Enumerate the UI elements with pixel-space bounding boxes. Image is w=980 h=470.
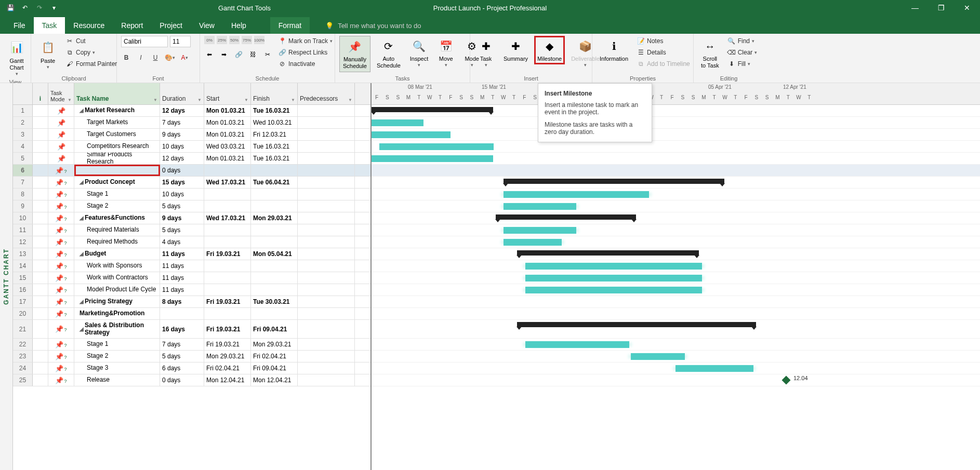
indicator-cell[interactable] [33, 200, 48, 212]
task-bar[interactable] [504, 239, 562, 246]
row-number[interactable]: 22 [13, 339, 33, 350]
summary-bar[interactable] [496, 214, 636, 220]
format-painter-button[interactable]: 🖌Format Painter [63, 59, 119, 69]
inactivate-button[interactable]: ⊘Inactivate [276, 59, 335, 69]
task-mode-cell[interactable]: 📌 [48, 308, 74, 319]
task-row[interactable]: 13📌◢Budget11 daysFri 19.03.21Mon 05.04.2… [13, 248, 370, 260]
duration-cell[interactable]: 15 days [160, 177, 204, 188]
fontcolor-button[interactable]: A [179, 52, 190, 63]
col-start[interactable]: Start▼ [204, 83, 251, 104]
task-row[interactable]: 16📌Model Product Life Cycle11 days [13, 284, 370, 296]
col-predecessors[interactable]: Predecessors▼ [298, 83, 355, 104]
predecessors-cell[interactable] [298, 212, 355, 224]
task-mode-cell[interactable]: 📌 [48, 260, 74, 272]
start-cell[interactable]: Wed 17.03.21 [204, 177, 251, 188]
task-mode-cell[interactable]: 📌 [48, 224, 74, 236]
row-number[interactable]: 1 [13, 105, 33, 116]
predecessors-cell[interactable] [298, 260, 355, 272]
task-name-cell[interactable]: Required Materials [74, 224, 160, 236]
duration-cell[interactable]: 7 days [160, 117, 204, 128]
task-mode-cell[interactable]: 📌 [48, 284, 74, 296]
task-name-cell[interactable]: ◢Sales & DistributionStrategy [74, 320, 160, 338]
unlink-button[interactable]: ⛓ [248, 49, 258, 60]
start-cell[interactable]: Fri 02.04.21 [204, 362, 251, 374]
indicator-cell[interactable] [33, 105, 48, 116]
task-mode-cell[interactable]: 📌 [48, 362, 74, 374]
predecessors-cell[interactable] [298, 296, 355, 307]
task-mode-cell[interactable]: 📌 [48, 374, 74, 386]
task-row[interactable]: 15📌Work with Contractors11 days [13, 272, 370, 284]
tab-resource[interactable]: Resource [65, 17, 113, 34]
finish-cell[interactable]: Tue 06.04.21 [251, 177, 298, 188]
start-cell[interactable]: Mon 12.04.21 [204, 374, 251, 386]
finish-cell[interactable] [251, 284, 298, 296]
indicator-cell[interactable] [33, 260, 48, 272]
task-name-cell[interactable] [74, 165, 160, 176]
font-size-combo[interactable] [170, 36, 191, 47]
task-row[interactable]: 24📌Stage 36 daysFri 02.04.21Fri 09.04.21 [13, 362, 370, 374]
col-select-all[interactable] [13, 83, 33, 104]
duration-cell[interactable]: 6 days [160, 362, 204, 374]
predecessors-cell[interactable] [298, 177, 355, 188]
finish-cell[interactable] [251, 260, 298, 272]
task-mode-cell[interactable]: 📌 [48, 236, 74, 248]
information-button[interactable]: ℹInformation [597, 36, 631, 64]
outdent-button[interactable]: ⬅ [204, 49, 215, 60]
task-name-cell[interactable]: ◢Product Concept [74, 177, 160, 188]
pct-25-button[interactable]: 25% [217, 36, 227, 44]
task-row[interactable]: 21📌◢Sales & DistributionStrategy16 daysF… [13, 320, 370, 339]
pct-0-button[interactable]: 0% [204, 36, 215, 44]
gantt-row[interactable] [372, 153, 980, 165]
col-task-mode[interactable]: Task Mode▼ [48, 83, 74, 104]
close-button[interactable]: ✕ [959, 4, 975, 12]
task-bar[interactable] [525, 341, 629, 348]
predecessors-cell[interactable] [298, 272, 355, 284]
task-name-cell[interactable]: ◢Budget [74, 248, 160, 260]
predecessors-cell[interactable] [298, 320, 355, 338]
row-number[interactable]: 23 [13, 351, 33, 362]
predecessors-cell[interactable] [298, 129, 355, 140]
row-number[interactable]: 14 [13, 260, 33, 272]
split-button[interactable]: ✂ [262, 49, 273, 60]
tab-project[interactable]: Project [151, 17, 191, 34]
gantt-row[interactable] [372, 320, 980, 339]
finish-cell[interactable] [251, 189, 298, 200]
link-button[interactable]: 🔗 [233, 49, 244, 60]
predecessors-cell[interactable] [298, 165, 355, 176]
gantt-row[interactable] [372, 272, 980, 284]
start-cell[interactable] [204, 236, 251, 248]
minimize-button[interactable]: — [907, 4, 923, 12]
finish-cell[interactable]: Fri 02.04.21 [251, 351, 298, 362]
indicator-cell[interactable] [33, 320, 48, 338]
start-cell[interactable] [204, 284, 251, 296]
indicator-cell[interactable] [33, 117, 48, 128]
gantt-row[interactable] [372, 165, 980, 177]
col-indicators[interactable]: i [33, 83, 48, 104]
task-row[interactable]: 25📌Release0 daysMon 12.04.21Mon 12.04.21 [13, 374, 370, 386]
indicator-cell[interactable] [33, 141, 48, 152]
row-number[interactable]: 3 [13, 129, 33, 140]
add-to-timeline-button[interactable]: ⧉Add to Timeline [634, 59, 692, 69]
paste-button[interactable]: 📋 Paste [35, 36, 60, 72]
task-name-cell[interactable]: Target Customers [74, 129, 160, 140]
finish-cell[interactable] [251, 272, 298, 284]
task-name-cell[interactable]: Stage 2 [74, 351, 160, 362]
task-row[interactable]: 8📌Stage 110 days [13, 189, 370, 200]
copy-button[interactable]: ⧉Copy [63, 47, 119, 58]
duration-cell[interactable]: 11 days [160, 272, 204, 284]
indicator-cell[interactable] [33, 224, 48, 236]
duration-cell[interactable]: 16 days [160, 320, 204, 338]
duration-cell[interactable]: 0 days [160, 374, 204, 386]
task-name-cell[interactable]: Work with Sponsors [74, 260, 160, 272]
restore-button[interactable]: ❐ [933, 4, 949, 12]
task-mode-cell[interactable]: 📌 [48, 320, 74, 338]
gantt-timescale[interactable]: 08 Mar '2115 Mar '2105 Apr '2112 Apr '21… [372, 83, 980, 105]
duration-cell[interactable]: 5 days [160, 224, 204, 236]
predecessors-cell[interactable] [298, 351, 355, 362]
predecessors-cell[interactable] [298, 362, 355, 374]
gantt-row[interactable] [372, 129, 980, 141]
finish-cell[interactable]: Tue 16.03.21 [251, 141, 298, 152]
predecessors-cell[interactable] [298, 284, 355, 296]
task-bar[interactable] [631, 353, 685, 360]
insert-milestone-button[interactable]: ◆Milestone [534, 36, 565, 64]
